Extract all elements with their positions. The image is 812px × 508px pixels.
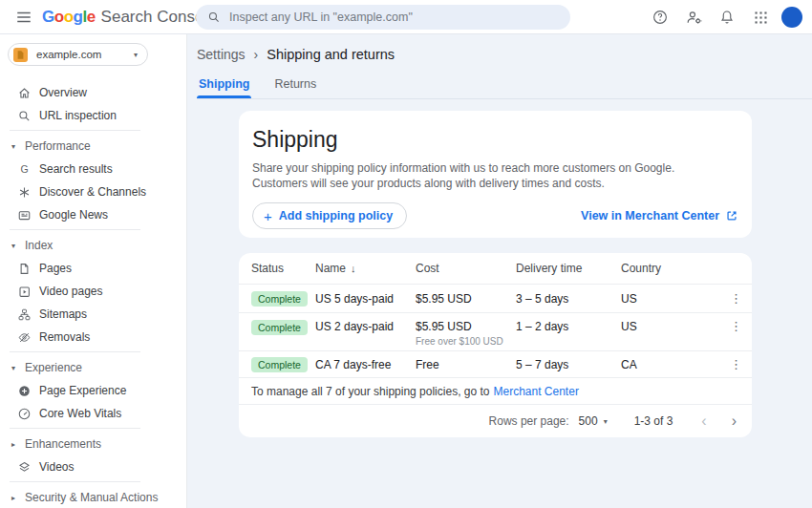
news-icon: [17, 208, 32, 222]
table-row: Complete US 2 days-paid $5.95 USD Free o…: [239, 313, 752, 351]
next-page-icon[interactable]: ›: [732, 413, 737, 429]
rows-per-page-select[interactable]: 500 ▾: [579, 414, 608, 428]
property-icon: [13, 48, 28, 62]
policy-cost: $5.95 USD: [416, 292, 516, 306]
chevron-down-icon: ▾: [11, 142, 19, 151]
cost-note: Free over $100 USD: [416, 336, 516, 347]
sidebar-item-removals[interactable]: Removals: [0, 326, 186, 349]
sidebar-item-search-results[interactable]: G Search results: [0, 158, 186, 180]
column-header-name[interactable]: Name↓: [315, 262, 416, 275]
policy-name: CA 7 days-free: [315, 358, 416, 371]
sidebar-item-videos[interactable]: Videos: [0, 455, 186, 478]
url-inspect-search-input[interactable]: Inspect any URL in "example.com": [196, 5, 570, 30]
merchant-center-link[interactable]: Merchant Center: [494, 385, 579, 398]
policy-name: US 5 days-paid: [315, 292, 416, 306]
sidebar-nav: Overview URL inspection ▾ Performance G …: [0, 81, 186, 508]
core-web-vitals-icon: [17, 407, 32, 421]
sidebar-section-security-manual-actions[interactable]: ▸ Security & Manual Actions: [0, 486, 186, 508]
sidebar-divider: [10, 481, 140, 482]
breadcrumb-settings[interactable]: Settings: [197, 47, 246, 62]
external-link-icon: [725, 209, 738, 222]
status-badge: Complete: [251, 357, 308, 372]
google-logo: Google: [42, 8, 96, 27]
view-in-merchant-center-link[interactable]: View in Merchant Center: [581, 209, 738, 222]
pagination-range: 1-3 of 3: [634, 414, 673, 428]
policy-delivery-time: 5 – 7 days: [516, 358, 621, 371]
policy-delivery-time: 3 – 5 days: [516, 292, 621, 306]
hamburger-lines-icon: [15, 9, 32, 26]
sidebar-section-index[interactable]: ▾ Index: [0, 234, 186, 257]
table-row: Complete US 5 days-paid $5.95 USD 3 – 5 …: [239, 285, 752, 313]
sidebar-divider: [10, 229, 140, 230]
table-pagination: Rows per page: 500 ▾ 1-3 of 3 ‹ ›: [239, 405, 752, 437]
sidebar-section-enhancements[interactable]: ▸ Enhancements: [0, 433, 186, 455]
avatar[interactable]: [781, 7, 802, 28]
help-icon[interactable]: [648, 5, 673, 30]
svg-text:G: G: [20, 163, 28, 175]
policy-delivery-time: 1 – 2 days: [516, 320, 621, 333]
page-title: Shipping and returns: [267, 47, 395, 62]
search-icon: [207, 11, 221, 24]
sidebar-item-core-web-vitals[interactable]: Core Web Vitals: [0, 402, 186, 425]
property-selector[interactable]: example.com ▾: [8, 43, 148, 66]
tab-bar: Shipping Returns: [197, 76, 812, 99]
column-header-cost[interactable]: Cost: [416, 262, 516, 275]
sidebar: example.com ▾ Overview URL inspection ▾ …: [0, 34, 187, 508]
main-content: Settings › Shipping and returns Shipping…: [188, 34, 812, 508]
column-header-delivery-time[interactable]: Delivery time: [516, 262, 621, 275]
sidebar-item-video-pages[interactable]: Video pages: [0, 280, 186, 303]
card-title: Shipping: [252, 111, 738, 153]
menu-icon[interactable]: [8, 3, 40, 32]
videos-icon: [17, 460, 32, 475]
policy-name: US 2 days-paid: [315, 320, 416, 333]
sort-descending-icon: ↓: [351, 263, 356, 274]
sidebar-item-google-news[interactable]: Google News: [0, 203, 186, 226]
policy-country: CA: [621, 358, 719, 371]
sidebar-item-overview[interactable]: Overview: [0, 81, 186, 104]
pages-icon: [17, 262, 32, 276]
sitemaps-icon: [17, 307, 32, 322]
sidebar-divider: [10, 428, 140, 429]
card-description: Share your shipping policy information w…: [252, 160, 738, 191]
chevron-down-icon: ▾: [11, 364, 19, 372]
row-overflow-menu-icon[interactable]: ⋮: [730, 292, 742, 305]
sidebar-divider: [10, 130, 140, 131]
google-search-console-logo: Google Search Console: [42, 8, 217, 27]
g-icon: G: [17, 162, 32, 177]
rows-per-page-label: Rows per page:: [489, 414, 569, 428]
notifications-icon[interactable]: [715, 5, 739, 30]
column-header-status[interactable]: Status: [251, 262, 315, 275]
sidebar-item-pages[interactable]: Pages: [0, 257, 186, 280]
chevron-right-icon: ▸: [11, 494, 19, 502]
row-overflow-menu-icon[interactable]: ⋮: [730, 358, 742, 370]
sidebar-item-url-inspection[interactable]: URL inspection: [0, 104, 186, 127]
apps-grid-icon[interactable]: [748, 5, 773, 30]
chevron-down-icon: ▾: [11, 242, 19, 250]
sidebar-item-sitemaps[interactable]: Sitemaps: [0, 303, 186, 326]
add-shipping-policy-button[interactable]: + Add shipping policy: [252, 202, 407, 229]
property-label: example.com: [36, 49, 101, 60]
tab-returns[interactable]: Returns: [272, 77, 318, 98]
shipping-intro-card: Shipping Share your shipping policy info…: [239, 111, 752, 238]
caret-down-icon: ▾: [604, 417, 608, 426]
video-pages-icon: [17, 285, 32, 299]
policy-cost: Free: [416, 358, 516, 371]
page-experience-icon: [17, 384, 32, 398]
sidebar-item-page-experience[interactable]: Page Experience: [0, 379, 186, 402]
top-app-bar: Google Search Console Inspect any URL in…: [0, 0, 812, 34]
sidebar-section-performance[interactable]: ▾ Performance: [0, 135, 186, 158]
breadcrumb: Settings › Shipping and returns: [197, 47, 812, 62]
sidebar-section-experience[interactable]: ▾ Experience: [0, 356, 186, 379]
column-header-country[interactable]: Country: [621, 262, 719, 275]
row-overflow-menu-icon[interactable]: ⋮: [730, 320, 742, 332]
previous-page-icon[interactable]: ‹: [701, 413, 706, 429]
sidebar-divider: [10, 351, 140, 352]
sidebar-item-discover-channels[interactable]: Discover & Channels: [0, 180, 186, 203]
status-badge: Complete: [251, 291, 308, 307]
plus-icon: +: [264, 208, 272, 224]
shipping-policies-table-card: Status Name↓ Cost Delivery time Country …: [239, 253, 752, 437]
policy-country: US: [621, 292, 719, 306]
manage-users-icon[interactable]: [681, 5, 706, 30]
tab-shipping[interactable]: Shipping: [197, 77, 251, 98]
chevron-down-icon: ▾: [134, 51, 138, 59]
